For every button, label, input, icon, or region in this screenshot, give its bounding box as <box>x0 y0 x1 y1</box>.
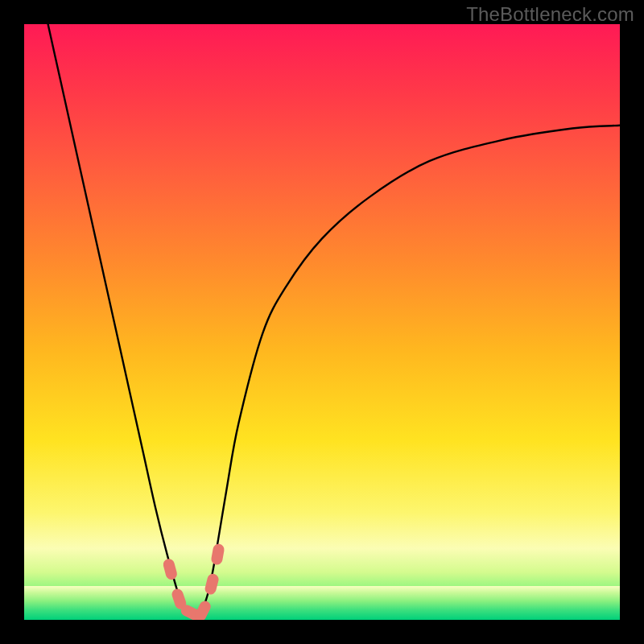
plot-area <box>24 24 620 620</box>
bottleneck-curve-path <box>48 24 620 615</box>
marker-a <box>162 558 178 581</box>
outer-frame: TheBottleneck.com <box>0 0 644 644</box>
marker-f <box>210 543 225 566</box>
watermark-text: TheBottleneck.com <box>466 3 634 26</box>
chart-svg <box>24 24 620 620</box>
bottleneck-curve <box>48 24 620 615</box>
marker-e <box>204 572 220 596</box>
marker-group <box>162 543 225 620</box>
